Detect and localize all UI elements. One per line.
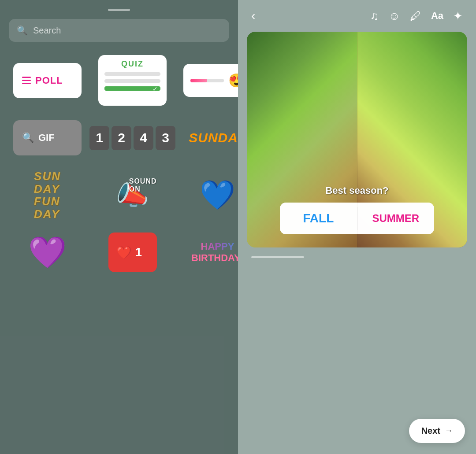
poll-answer-fall[interactable]: FALL bbox=[280, 203, 357, 234]
soundon-label: SOUNDON bbox=[129, 177, 157, 193]
soundon-sticker[interactable]: 📣 SOUNDON bbox=[104, 173, 161, 217]
blue-heart-sticker[interactable]: 💙 bbox=[200, 178, 235, 212]
birthday-exclaim: BIRTHDAY! bbox=[191, 252, 244, 264]
countdown-digit-1: 1 bbox=[89, 126, 109, 150]
quiz-line-correct: ✓ bbox=[104, 86, 160, 91]
quiz-line-1 bbox=[104, 72, 160, 76]
quiz-line-2 bbox=[104, 79, 160, 83]
gif-label: GIF bbox=[38, 132, 55, 144]
slider-track bbox=[190, 79, 224, 82]
sparkle-icon[interactable]: ✦ bbox=[453, 9, 463, 23]
back-button[interactable]: ‹ bbox=[251, 9, 255, 23]
likes-sticker[interactable]: ❤️ 1 bbox=[108, 233, 157, 272]
sundayfunday-sticker-cell[interactable]: SUN DAY FUN DAY bbox=[13, 170, 82, 220]
likes-count: 1 bbox=[135, 245, 142, 259]
countdown-digit-3: 4 bbox=[134, 126, 153, 150]
face-sticker-icon[interactable]: ☺ bbox=[388, 9, 400, 23]
sticker-picker-panel: 🔍 Search POLL QUIZ ✓ bbox=[0, 0, 238, 454]
search-icon: 🔍 bbox=[17, 25, 28, 36]
quiz-check-icon: ✓ bbox=[152, 85, 158, 92]
sundayfunday-line-4: DAY bbox=[34, 208, 60, 221]
progress-bar bbox=[251, 256, 304, 258]
likes-sticker-cell[interactable]: ❤️ 1 bbox=[89, 228, 175, 277]
sundayfunday-sticker[interactable]: SUN DAY FUN DAY bbox=[34, 170, 61, 220]
gif-sticker-cell[interactable]: 🔍 GIF bbox=[13, 114, 82, 162]
poll-answers-container: FALL SUMMER bbox=[280, 203, 434, 234]
countdown-sticker[interactable]: 1 2 4 3 bbox=[89, 126, 175, 150]
poll-label: POLL bbox=[35, 75, 63, 86]
poll-answer-summer[interactable]: SUMMER bbox=[357, 203, 435, 234]
pen-icon[interactable]: 🖊 bbox=[410, 9, 421, 23]
gif-search-icon: 🔍 bbox=[22, 132, 34, 144]
countdown-digit-4: 3 bbox=[156, 126, 175, 150]
birthday-sticker[interactable]: HAPPY BIRTHDAY! bbox=[191, 241, 244, 264]
quiz-title: QUIZ bbox=[121, 59, 144, 69]
bottom-section: Next → bbox=[238, 247, 476, 454]
blue-heart-icon: 💙 bbox=[200, 179, 235, 211]
top-icons: ♫ ☺ 🖊 Aa ✦ bbox=[370, 9, 463, 23]
sticker-grid: POLL QUIZ ✓ 😍 bbox=[9, 55, 229, 277]
birthday-happy: HAPPY bbox=[191, 241, 244, 252]
poll-lines-icon bbox=[22, 77, 31, 84]
purple-heart-icon[interactable]: 💜 bbox=[28, 234, 67, 270]
likes-heart-icon: ❤️ bbox=[116, 245, 132, 260]
countdown-digit-2: 2 bbox=[112, 126, 131, 150]
story-editor-panel: ‹ ♫ ☺ 🖊 Aa ✦ Best season? FALL SUMMER bbox=[238, 0, 476, 454]
slider-fill bbox=[190, 79, 207, 82]
sticker-search-bar[interactable]: 🔍 Search bbox=[9, 19, 229, 42]
text-icon[interactable]: Aa bbox=[431, 10, 443, 22]
poll-overlay: Best season? FALL SUMMER bbox=[247, 185, 467, 234]
quiz-sticker-cell[interactable]: QUIZ ✓ bbox=[89, 55, 175, 106]
next-button-label: Next bbox=[421, 426, 440, 436]
gif-sticker[interactable]: 🔍 GIF bbox=[13, 120, 82, 155]
top-bar: ‹ ♫ ☺ 🖊 Aa ✦ bbox=[238, 0, 476, 32]
poll-sticker-cell[interactable]: POLL bbox=[13, 55, 82, 106]
sundayfunday-line-2: DAY bbox=[34, 183, 60, 196]
poll-sticker[interactable]: POLL bbox=[13, 63, 82, 98]
music-icon[interactable]: ♫ bbox=[370, 9, 379, 23]
countdown-sticker-cell[interactable]: 1 2 4 3 bbox=[89, 114, 175, 162]
next-arrow-icon: → bbox=[445, 426, 453, 436]
poll-question-text: Best season? bbox=[325, 185, 388, 196]
purple-heart-sticker-cell[interactable]: 💜 bbox=[13, 228, 82, 277]
search-placeholder: Search bbox=[33, 26, 61, 36]
drag-handle bbox=[108, 9, 130, 11]
next-button[interactable]: Next → bbox=[409, 419, 465, 443]
quiz-sticker[interactable]: QUIZ ✓ bbox=[98, 55, 167, 106]
sundayfunday-line-1: SUN bbox=[34, 170, 61, 183]
soundon-sticker-cell[interactable]: 📣 SOUNDON bbox=[89, 170, 175, 220]
story-preview: Best season? FALL SUMMER bbox=[247, 32, 467, 247]
sundayfunday-line-3: FUN bbox=[34, 195, 60, 208]
